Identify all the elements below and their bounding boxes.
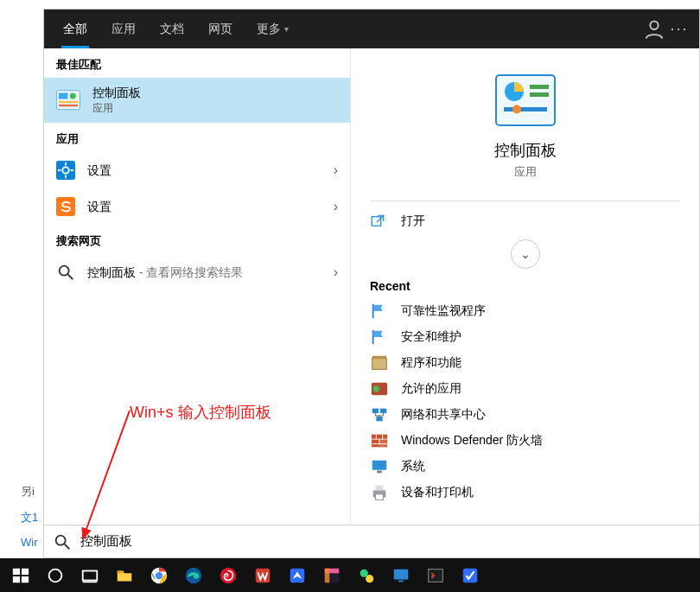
svg-rect-4 [59, 101, 78, 103]
network-icon [370, 406, 389, 423]
svg-rect-65 [394, 569, 409, 579]
flag-icon [370, 302, 389, 320]
svg-point-26 [373, 385, 379, 391]
taskbar-wps[interactable] [245, 558, 280, 592]
svg-point-0 [650, 21, 658, 29]
svg-rect-28 [380, 409, 386, 414]
recent-item-label: 可靠性监视程序 [401, 303, 486, 319]
svg-point-13 [60, 266, 69, 276]
taskbar-todo[interactable] [453, 558, 487, 592]
box-icon [370, 354, 389, 372]
chevron-right-icon: › [334, 199, 338, 214]
best-match-item[interactable]: 控制面板 应用 [44, 78, 350, 123]
flag-icon [370, 328, 389, 346]
svg-rect-67 [429, 569, 443, 582]
sogou-icon [56, 197, 75, 216]
gear-icon [56, 161, 75, 180]
open-label: 打开 [401, 213, 425, 229]
search-web-header: 搜索网页 [44, 225, 350, 254]
open-action[interactable]: 打开 [351, 207, 699, 236]
best-match-header: 最佳匹配 [44, 48, 350, 78]
taskbar-intellij[interactable] [315, 558, 349, 592]
svg-point-49 [49, 569, 62, 582]
recent-item-security[interactable]: 安全和维护 [351, 324, 699, 350]
recent-item-devices-printers[interactable]: 设备和打印机 [351, 480, 699, 506]
search-icon [53, 532, 72, 551]
svg-point-36 [379, 439, 386, 447]
tab-web[interactable]: 网页 [196, 10, 245, 48]
search-web-item[interactable]: 控制面板 - 查看网络搜索结果 › [44, 254, 350, 290]
control-panel-icon [56, 88, 80, 112]
brick-wall-icon [370, 432, 389, 449]
chevron-right-icon: › [334, 264, 338, 280]
svg-rect-48 [22, 576, 29, 582]
recent-item-label: 设备和打印机 [401, 485, 474, 500]
taskbar-edge[interactable] [176, 558, 211, 592]
open-icon [370, 213, 389, 229]
taskbar [0, 558, 700, 592]
recent-item-programs[interactable]: 程序和功能 [351, 350, 699, 376]
expand-button[interactable]: ⌄ [511, 239, 540, 269]
taskbar-file-explorer[interactable] [107, 558, 142, 592]
app-item-settings-2[interactable]: 设置 › [44, 188, 350, 225]
tab-apps[interactable]: 应用 [99, 10, 148, 48]
search-filter-tabs: 全部 应用 文档 网页 更多 ▾ [51, 10, 301, 48]
task-view-button[interactable] [73, 558, 107, 592]
recent-header: Recent [351, 279, 699, 298]
recent-item-label: 系统 [401, 459, 425, 474]
background-text-1: 另i [21, 484, 35, 500]
search-input[interactable] [79, 533, 690, 550]
app-item-label: 设置 [87, 199, 334, 215]
tab-all[interactable]: 全部 [51, 10, 99, 48]
taskbar-netease-music[interactable] [211, 558, 245, 592]
search-top-bar: 全部 应用 文档 网页 更多 ▾ ··· [44, 10, 699, 48]
svg-rect-50 [83, 570, 98, 580]
recent-item-defender-firewall[interactable]: Windows Defender 防火墙 [351, 428, 699, 454]
divider [370, 201, 680, 201]
search-icon [56, 263, 75, 282]
svg-rect-45 [13, 568, 20, 574]
search-web-text: 控制面板 - 查看网络搜索结果 [87, 264, 334, 281]
svg-rect-23 [372, 359, 387, 370]
recent-item-system[interactable]: 系统 [351, 454, 699, 480]
background-text-2: 文1 [21, 510, 38, 525]
apps-header: 应用 [44, 123, 350, 152]
taskbar-chrome[interactable] [142, 558, 176, 592]
start-button[interactable] [3, 558, 38, 592]
svg-rect-19 [504, 107, 547, 111]
app-item-settings-1[interactable]: 设置 › [44, 152, 350, 188]
cortana-button[interactable] [38, 558, 73, 592]
result-preview-panel: 控制面板 应用 打开 ⌄ Recent 可靠性监视程序 安全和维护 [351, 48, 699, 525]
taskbar-remote-desktop[interactable] [384, 558, 418, 592]
taskbar-pycharm[interactable] [349, 558, 384, 592]
preview-title: 控制面板 [494, 140, 557, 161]
chevron-down-icon: ⌄ [520, 247, 531, 261]
svg-rect-40 [375, 486, 383, 491]
annotation-text: Win+s 输入控制面板 [130, 402, 271, 423]
svg-rect-17 [530, 85, 549, 89]
svg-rect-21 [372, 217, 381, 226]
more-options-icon[interactable]: ··· [666, 20, 692, 38]
svg-line-43 [65, 544, 70, 549]
tab-more[interactable]: 更多 ▾ [245, 10, 301, 48]
svg-rect-24 [372, 356, 387, 360]
svg-rect-46 [22, 568, 29, 574]
svg-rect-41 [375, 494, 383, 500]
recent-item-reliability[interactable]: 可靠性监视程序 [351, 298, 699, 324]
best-match-subtitle: 应用 [92, 101, 338, 115]
svg-rect-52 [118, 570, 123, 573]
svg-point-42 [56, 535, 66, 544]
printer-icon [370, 484, 389, 501]
svg-rect-2 [59, 93, 67, 99]
computer-icon [370, 458, 389, 475]
account-icon[interactable] [642, 17, 666, 41]
taskbar-terminal[interactable] [418, 558, 453, 592]
svg-rect-15 [496, 75, 555, 125]
search-input-bar [44, 525, 699, 557]
recent-item-network-sharing[interactable]: 网络和共享中心 [351, 402, 699, 428]
recent-item-allowed-apps[interactable]: 允许的应用 [351, 376, 699, 402]
firewall-app-icon [370, 380, 389, 398]
tab-docs[interactable]: 文档 [148, 10, 196, 48]
app-item-label: 设置 [87, 162, 334, 179]
taskbar-feishu[interactable] [280, 558, 315, 592]
